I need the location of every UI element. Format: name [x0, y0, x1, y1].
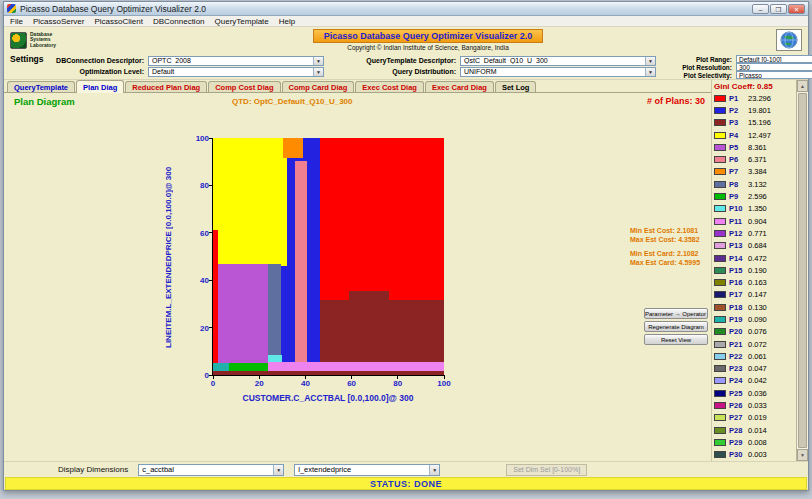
plan-region[interactable] — [213, 230, 218, 363]
plan-region[interactable] — [213, 363, 229, 371]
plan-region[interactable] — [213, 371, 444, 375]
legend-scrollbar[interactable]: ▲ ▼ — [796, 80, 808, 461]
optimization-level-select[interactable]: Default ▼ — [148, 67, 324, 77]
cost-annotation-line: Min Est Card: 2.1082 — [630, 249, 700, 258]
plan-region[interactable] — [218, 264, 269, 364]
legend-row-p21[interactable]: P210.072 — [712, 338, 796, 350]
legend-row-p17[interactable]: P170.147 — [712, 289, 796, 301]
dsl-logo-text: DatabaseSystemsLaboratory — [30, 32, 56, 49]
tab-reduced-plan-diag[interactable]: Reduced Plan Diag — [125, 81, 207, 92]
legend-row-p7[interactable]: P73.384 — [712, 166, 796, 178]
legend-row-p8[interactable]: P83.132 — [712, 178, 796, 190]
plan-region[interactable] — [268, 355, 282, 363]
legend-row-p11[interactable]: P110.904 — [712, 215, 796, 227]
legend-row-p12[interactable]: P120.771 — [712, 227, 796, 239]
menu-item-picassoclient[interactable]: PicassoClient — [94, 17, 142, 26]
legend-row-p1[interactable]: P123.296 — [712, 92, 796, 104]
legend-row-p5[interactable]: P58.361 — [712, 141, 796, 153]
scrollbar-thumb[interactable] — [798, 93, 807, 448]
diagram-type-label: Plan Diagram — [14, 96, 75, 107]
tab-exec-cost-diag[interactable]: Exec Cost Diag — [355, 81, 424, 92]
legend-row-p16[interactable]: P160.163 — [712, 276, 796, 288]
plan-diagram-plot[interactable]: 020406080100020406080100 — [212, 138, 444, 376]
menu-item-querytemplate[interactable]: QueryTemplate — [215, 17, 269, 26]
plan-diagram-svg[interactable] — [213, 138, 444, 375]
legend-row-p22[interactable]: P220.061 — [712, 350, 796, 362]
tab-comp-cost-diag[interactable]: Comp Cost Diag — [208, 81, 280, 92]
legend-row-p15[interactable]: P150.190 — [712, 264, 796, 276]
qtd-label: QTD: OptC_Default_Q10_U_300 — [232, 97, 352, 106]
legend-row-p19[interactable]: P190.090 — [712, 313, 796, 325]
menu-item-help[interactable]: Help — [279, 17, 295, 26]
menu-item-picassoserver[interactable]: PicassoServer — [33, 17, 85, 26]
legend-row-p6[interactable]: P66.371 — [712, 153, 796, 165]
plan-region[interactable] — [268, 264, 281, 364]
tab-comp-card-diag[interactable]: Comp Card Diag — [282, 81, 355, 92]
tab-querytemplate[interactable]: QueryTemplate — [7, 81, 75, 92]
minimize-button[interactable]: – — [752, 4, 769, 14]
scroll-up-icon[interactable]: ▲ — [797, 80, 808, 92]
legend-plan-label: P1 — [729, 94, 745, 103]
plan-region[interactable] — [320, 300, 444, 362]
legend-row-p23[interactable]: P230.047 — [712, 363, 796, 375]
legend-panel: Gini Coeff: 0.85 P123.296P219.801P315.19… — [711, 80, 796, 461]
plan-region[interactable] — [349, 291, 388, 300]
gini-coeff-label: Gini Coeff: 0.85 — [712, 80, 796, 92]
maximize-button[interactable]: ❐ — [770, 4, 787, 14]
legend-color-swatch — [714, 132, 726, 139]
legend-row-p28[interactable]: P280.014 — [712, 424, 796, 436]
app-banner: Picasso Database Query Optimizer Visuali… — [313, 29, 543, 43]
plan-region[interactable] — [295, 161, 307, 362]
tab-exec-card-diag[interactable]: Exec Card Diag — [425, 81, 494, 92]
legend-plan-label: P30 — [729, 450, 745, 459]
legend-row-p20[interactable]: P200.076 — [712, 326, 796, 338]
y-tick-mark — [209, 138, 213, 139]
plot-range-field[interactable]: Default [0-100] — [736, 55, 812, 63]
scroll-down-icon[interactable]: ▼ — [797, 449, 808, 461]
y-tick-mark — [209, 280, 213, 281]
tab-plan-diag[interactable]: Plan Diag — [76, 80, 124, 93]
plan-region[interactable] — [268, 362, 444, 371]
diagram-column: QueryTemplatePlan DiagReduced Plan DiagC… — [4, 80, 711, 461]
legend-row-p30[interactable]: P300.003 — [712, 449, 796, 461]
x-tick-mark — [305, 375, 306, 379]
plan-region[interactable] — [229, 363, 268, 371]
menu-item-dbconnection[interactable]: DBConnection — [153, 17, 205, 26]
legend-row-p18[interactable]: P180.130 — [712, 301, 796, 313]
legend-plan-value: 0.008 — [748, 438, 767, 447]
query-distribution-select[interactable]: UNIFORM ▼ — [460, 67, 656, 77]
plan-region[interactable] — [283, 138, 303, 158]
tab-set-log[interactable]: Set Log — [495, 81, 537, 92]
legend-row-p4[interactable]: P412.497 — [712, 129, 796, 141]
dimension2-select[interactable]: l_extendedprice ▼ — [294, 464, 440, 476]
legend-row-p3[interactable]: P315.196 — [712, 117, 796, 129]
plan-region[interactable] — [213, 138, 287, 266]
menu-item-file[interactable]: File — [10, 17, 23, 26]
legend-row-p29[interactable]: P290.008 — [712, 436, 796, 448]
parameter-operator-diff-button[interactable]: Parameter → Operator Diff — [644, 308, 708, 319]
legend-row-p13[interactable]: P130.684 — [712, 240, 796, 252]
optimization-level-label: Optimization Level: — [38, 68, 144, 75]
legend-row-p25[interactable]: P250.036 — [712, 387, 796, 399]
dbconnection-descriptor-select[interactable]: OPTC_2008 ▼ — [148, 56, 324, 66]
legend-plan-label: P23 — [729, 364, 745, 373]
legend-row-p14[interactable]: P140.472 — [712, 252, 796, 264]
legend-plan-value: 0.042 — [748, 376, 767, 385]
legend-row-p24[interactable]: P240.042 — [712, 375, 796, 387]
dimension1-select[interactable]: c_acctbal ▼ — [138, 464, 284, 476]
close-button[interactable]: ✕ — [788, 4, 805, 14]
querytemplate-descriptor-select[interactable]: QstC_Default_Q10_U_300 ▼ — [460, 56, 656, 66]
regenerate-diagram-button[interactable]: Regenerate Diagram — [644, 321, 708, 332]
legend-row-p26[interactable]: P260.033 — [712, 399, 796, 411]
legend-row-p27[interactable]: P270.019 — [712, 412, 796, 424]
legend-row-p2[interactable]: P219.801 — [712, 104, 796, 116]
plot-selectivity-field[interactable]: Picasso — [736, 71, 812, 79]
legend-plan-label: P15 — [729, 266, 745, 275]
chevron-down-icon: ▼ — [313, 68, 323, 76]
chevron-down-icon: ▼ — [313, 57, 323, 65]
legend-row-p10[interactable]: P101.350 — [712, 203, 796, 215]
legend-row-p9[interactable]: P92.596 — [712, 190, 796, 202]
reset-view-button[interactable]: Reset View — [644, 334, 708, 345]
legend-plan-value: 3.132 — [748, 180, 767, 189]
plot-resolution-field[interactable]: 300 — [736, 63, 812, 71]
